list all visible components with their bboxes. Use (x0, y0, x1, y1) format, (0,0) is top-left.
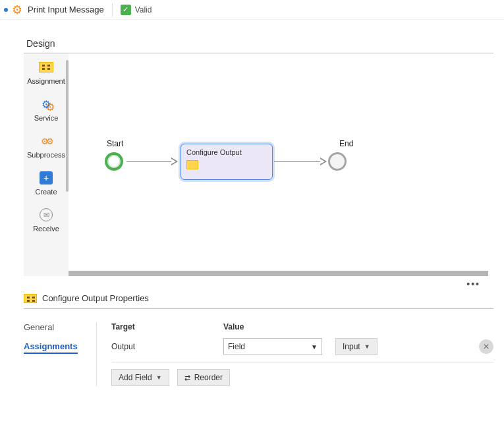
arrow-icon (320, 157, 327, 165)
task-node-configure-output[interactable]: Configure Output (181, 144, 273, 180)
tab-general[interactable]: General (24, 322, 96, 332)
tab-assignments[interactable]: Assignments (24, 341, 78, 354)
palette-item-label: Subprocess (27, 151, 65, 159)
chevron-down-icon: ▼ (156, 374, 162, 381)
end-node-label: End (339, 139, 353, 148)
assignments-form: Target Value Output Field ▼ Input ▼ (96, 322, 493, 386)
palette-item-label: Service (34, 114, 59, 122)
select-value: Field (228, 342, 245, 351)
palette-item-create[interactable]: + Create (26, 171, 66, 196)
properties-panel: Configure Output Properties General Assi… (24, 291, 493, 386)
design-panel-title: Design (24, 36, 493, 53)
topbar-divider (112, 3, 113, 16)
assignment-icon (186, 160, 197, 168)
palette-item-subprocess[interactable]: Subprocess (26, 134, 66, 159)
canvas-horizontal-scrollbar[interactable] (69, 271, 488, 276)
palette-item-receive[interactable]: Receive (26, 208, 66, 233)
remove-row-button[interactable]: ✕ (479, 339, 493, 354)
create-icon: + (40, 171, 53, 185)
topbar: ⚙ Print Input Message ✓ Valid (0, 0, 504, 20)
palette-item-label: Assignment (27, 77, 65, 85)
assignment-row: Output Field ▼ Input ▼ ✕ (111, 338, 493, 355)
subprocess-icon (37, 134, 55, 148)
value-source-button[interactable]: Input ▼ (335, 338, 378, 355)
button-label: Reorder (194, 373, 223, 382)
design-panel: Design Assignment Service Subprocess (24, 36, 493, 276)
start-node[interactable] (105, 152, 123, 171)
modified-indicator-icon (4, 8, 8, 12)
button-label: Add Field (119, 373, 152, 382)
design-canvas[interactable]: Start End Configure Output (69, 53, 493, 276)
flow-connector[interactable] (274, 161, 322, 162)
column-header-value: Value (223, 322, 329, 331)
panel-resize-handle[interactable]: ••• (0, 276, 504, 291)
palette-item-service[interactable]: Service (26, 97, 66, 122)
arrow-icon (171, 157, 178, 165)
validation-status: ✓ Valid (121, 5, 152, 15)
end-node[interactable] (328, 152, 347, 171)
checkmark-icon: ✓ (121, 5, 131, 15)
form-divider (111, 362, 493, 362)
close-icon: ✕ (483, 342, 490, 351)
column-header-target: Target (111, 322, 210, 331)
properties-tabs: General Assignments (24, 322, 96, 386)
button-label: Input (343, 342, 360, 351)
properties-title: Configure Output Properties (42, 293, 149, 303)
value-type-select[interactable]: Field ▼ (223, 338, 322, 355)
palette-item-label: Receive (33, 225, 59, 233)
add-field-button[interactable]: Add Field ▼ (111, 369, 169, 386)
flow-connector[interactable] (126, 161, 173, 162)
palette-item-label: Create (35, 188, 57, 196)
receive-icon (40, 208, 53, 221)
task-node-label: Configure Output (186, 148, 267, 156)
palette: Assignment Service Subprocess + Create R… (24, 53, 69, 276)
process-gears-icon: ⚙ (12, 3, 22, 17)
assignment-icon (24, 294, 37, 303)
reorder-icon (184, 373, 190, 382)
service-icon (37, 97, 55, 111)
chevron-down-icon: ▼ (364, 343, 370, 350)
palette-item-assignment[interactable]: Assignment (26, 60, 66, 85)
document-title: Print Input Message (28, 5, 104, 14)
assignment-icon (39, 62, 53, 72)
reorder-button[interactable]: Reorder (177, 369, 230, 386)
target-label: Output (111, 342, 210, 351)
start-node-label: Start (107, 139, 123, 148)
chevron-down-icon: ▼ (311, 343, 318, 351)
validation-label: Valid (135, 5, 152, 14)
